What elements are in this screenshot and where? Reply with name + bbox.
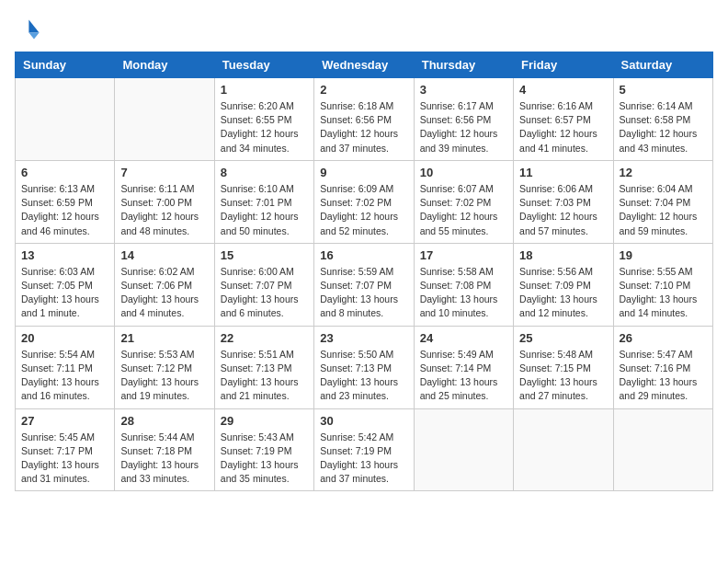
day-number: 11 — [519, 166, 607, 179]
calendar-week-4: 20Sunrise: 5:54 AM Sunset: 7:11 PM Dayli… — [16, 326, 713, 408]
day-number: 12 — [620, 166, 707, 179]
calendar-cell: 19Sunrise: 5:55 AM Sunset: 7:10 PM Dayli… — [613, 243, 712, 326]
weekday-header-friday: Friday — [514, 52, 613, 78]
page-header — [15, 15, 713, 40]
day-number: 7 — [120, 166, 208, 179]
day-number: 27 — [21, 414, 108, 428]
day-info: Sunrise: 5:43 AM Sunset: 7:19 PM Dayligh… — [221, 431, 308, 487]
svg-marker-2 — [28, 33, 39, 40]
day-info: Sunrise: 6:06 AM Sunset: 7:03 PM Dayligh… — [519, 182, 607, 238]
day-info: Sunrise: 6:17 AM Sunset: 6:56 PM Dayligh… — [420, 99, 507, 155]
day-number: 21 — [120, 331, 208, 345]
calendar-cell — [16, 78, 115, 161]
calendar-cell: 6Sunrise: 6:13 AM Sunset: 6:59 PM Daylig… — [16, 160, 115, 243]
calendar-cell — [414, 408, 513, 491]
calendar-week-5: 27Sunrise: 5:45 AM Sunset: 7:17 PM Dayli… — [16, 408, 713, 491]
day-number: 1 — [221, 83, 308, 97]
day-number: 18 — [519, 248, 607, 262]
day-number: 19 — [620, 248, 707, 262]
day-info: Sunrise: 6:02 AM Sunset: 7:06 PM Dayligh… — [120, 265, 208, 321]
day-info: Sunrise: 5:49 AM Sunset: 7:14 PM Dayligh… — [420, 348, 507, 404]
day-info: Sunrise: 5:58 AM Sunset: 7:08 PM Dayligh… — [420, 265, 507, 321]
calendar-cell: 20Sunrise: 5:54 AM Sunset: 7:11 PM Dayli… — [16, 326, 115, 408]
day-info: Sunrise: 6:16 AM Sunset: 6:57 PM Dayligh… — [519, 99, 607, 155]
day-number: 3 — [420, 83, 507, 97]
calendar-cell: 17Sunrise: 5:58 AM Sunset: 7:08 PM Dayli… — [414, 243, 513, 326]
weekday-header-sunday: Sunday — [16, 52, 115, 78]
calendar-cell: 30Sunrise: 5:42 AM Sunset: 7:19 PM Dayli… — [314, 408, 414, 491]
day-info: Sunrise: 5:56 AM Sunset: 7:09 PM Dayligh… — [519, 265, 607, 321]
day-info: Sunrise: 5:44 AM Sunset: 7:18 PM Dayligh… — [120, 431, 208, 487]
calendar-cell: 16Sunrise: 5:59 AM Sunset: 7:07 PM Dayli… — [314, 243, 414, 326]
weekday-header-monday: Monday — [115, 52, 214, 78]
calendar-cell: 18Sunrise: 5:56 AM Sunset: 7:09 PM Dayli… — [514, 243, 613, 326]
calendar-cell: 25Sunrise: 5:48 AM Sunset: 7:15 PM Dayli… — [514, 326, 613, 408]
calendar-cell: 1Sunrise: 6:20 AM Sunset: 6:55 PM Daylig… — [214, 78, 313, 161]
weekday-header-thursday: Thursday — [414, 52, 513, 78]
day-number: 10 — [420, 166, 507, 179]
day-number: 26 — [620, 331, 707, 345]
day-info: Sunrise: 6:13 AM Sunset: 6:59 PM Dayligh… — [21, 182, 108, 238]
day-info: Sunrise: 6:11 AM Sunset: 7:00 PM Dayligh… — [120, 182, 208, 238]
day-number: 16 — [320, 248, 407, 262]
calendar-cell: 11Sunrise: 6:06 AM Sunset: 7:03 PM Dayli… — [514, 160, 613, 243]
calendar-cell: 15Sunrise: 6:00 AM Sunset: 7:07 PM Dayli… — [214, 243, 313, 326]
day-info: Sunrise: 6:00 AM Sunset: 7:07 PM Dayligh… — [221, 265, 308, 321]
day-info: Sunrise: 6:10 AM Sunset: 7:01 PM Dayligh… — [221, 182, 308, 238]
svg-rect-0 — [15, 15, 40, 40]
logo — [15, 15, 44, 40]
day-info: Sunrise: 5:55 AM Sunset: 7:10 PM Dayligh… — [620, 265, 707, 321]
calendar-cell — [613, 408, 712, 491]
day-number: 5 — [620, 83, 707, 97]
calendar-cell: 21Sunrise: 5:53 AM Sunset: 7:12 PM Dayli… — [115, 326, 214, 408]
day-number: 25 — [519, 331, 607, 345]
day-info: Sunrise: 5:53 AM Sunset: 7:12 PM Dayligh… — [120, 348, 208, 404]
calendar-cell: 7Sunrise: 6:11 AM Sunset: 7:00 PM Daylig… — [115, 160, 214, 243]
calendar-cell: 10Sunrise: 6:07 AM Sunset: 7:02 PM Dayli… — [414, 160, 513, 243]
day-number: 6 — [21, 166, 108, 179]
day-number: 17 — [420, 248, 507, 262]
logo-icon — [15, 15, 40, 40]
calendar-cell: 27Sunrise: 5:45 AM Sunset: 7:17 PM Dayli… — [16, 408, 115, 491]
day-number: 14 — [120, 248, 208, 262]
day-info: Sunrise: 5:59 AM Sunset: 7:07 PM Dayligh… — [320, 265, 407, 321]
day-number: 4 — [519, 83, 607, 97]
day-info: Sunrise: 6:07 AM Sunset: 7:02 PM Dayligh… — [420, 182, 507, 238]
calendar-table: SundayMondayTuesdayWednesdayThursdayFrid… — [15, 52, 713, 491]
day-number: 24 — [420, 331, 507, 345]
day-info: Sunrise: 6:04 AM Sunset: 7:04 PM Dayligh… — [620, 182, 707, 238]
day-number: 23 — [320, 331, 407, 345]
calendar-cell: 8Sunrise: 6:10 AM Sunset: 7:01 PM Daylig… — [214, 160, 313, 243]
calendar-cell: 4Sunrise: 6:16 AM Sunset: 6:57 PM Daylig… — [514, 78, 613, 161]
calendar-cell: 2Sunrise: 6:18 AM Sunset: 6:56 PM Daylig… — [314, 78, 414, 161]
day-info: Sunrise: 6:14 AM Sunset: 6:58 PM Dayligh… — [620, 99, 707, 155]
calendar-week-1: 1Sunrise: 6:20 AM Sunset: 6:55 PM Daylig… — [16, 78, 713, 161]
day-info: Sunrise: 5:50 AM Sunset: 7:13 PM Dayligh… — [320, 348, 407, 404]
day-number: 15 — [221, 248, 308, 262]
calendar-cell: 9Sunrise: 6:09 AM Sunset: 7:02 PM Daylig… — [314, 160, 414, 243]
calendar-cell: 12Sunrise: 6:04 AM Sunset: 7:04 PM Dayli… — [613, 160, 712, 243]
day-info: Sunrise: 6:03 AM Sunset: 7:05 PM Dayligh… — [21, 265, 108, 321]
day-info: Sunrise: 6:20 AM Sunset: 6:55 PM Dayligh… — [221, 99, 308, 155]
day-info: Sunrise: 5:48 AM Sunset: 7:15 PM Dayligh… — [519, 348, 607, 404]
calendar-cell — [115, 78, 214, 161]
day-number: 9 — [320, 166, 407, 179]
weekday-header-wednesday: Wednesday — [314, 52, 414, 78]
day-number: 29 — [221, 414, 308, 428]
calendar-cell: 28Sunrise: 5:44 AM Sunset: 7:18 PM Dayli… — [115, 408, 214, 491]
weekday-header-tuesday: Tuesday — [214, 52, 313, 78]
day-number: 13 — [21, 248, 108, 262]
calendar-cell: 13Sunrise: 6:03 AM Sunset: 7:05 PM Dayli… — [16, 243, 115, 326]
day-number: 30 — [320, 414, 407, 428]
calendar-cell: 23Sunrise: 5:50 AM Sunset: 7:13 PM Dayli… — [314, 326, 414, 408]
day-info: Sunrise: 5:42 AM Sunset: 7:19 PM Dayligh… — [320, 431, 407, 487]
day-number: 2 — [320, 83, 407, 97]
calendar-cell: 26Sunrise: 5:47 AM Sunset: 7:16 PM Dayli… — [613, 326, 712, 408]
calendar-cell: 14Sunrise: 6:02 AM Sunset: 7:06 PM Dayli… — [115, 243, 214, 326]
calendar-cell: 29Sunrise: 5:43 AM Sunset: 7:19 PM Dayli… — [214, 408, 313, 491]
calendar-week-2: 6Sunrise: 6:13 AM Sunset: 6:59 PM Daylig… — [16, 160, 713, 243]
day-number: 20 — [21, 331, 108, 345]
day-info: Sunrise: 5:45 AM Sunset: 7:17 PM Dayligh… — [21, 431, 108, 487]
day-info: Sunrise: 6:18 AM Sunset: 6:56 PM Dayligh… — [320, 99, 407, 155]
calendar-cell: 5Sunrise: 6:14 AM Sunset: 6:58 PM Daylig… — [613, 78, 712, 161]
